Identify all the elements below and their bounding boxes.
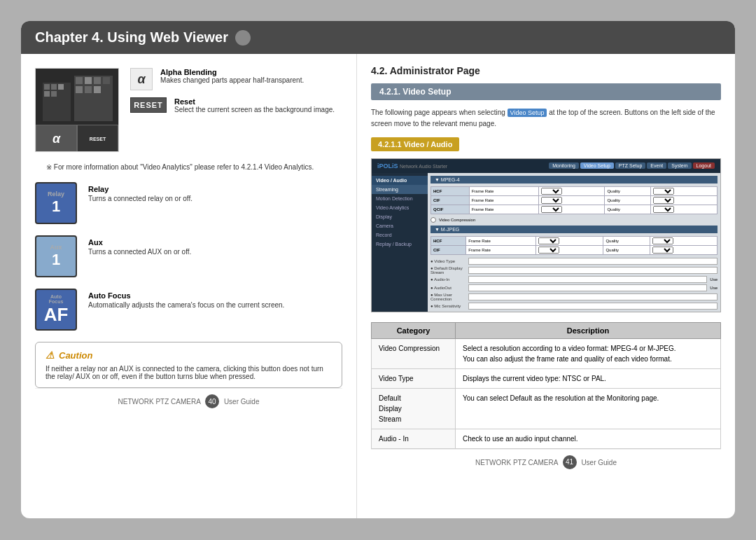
table-row: Video Compression Select a resolution ac… — [372, 338, 721, 368]
audio-out-input[interactable] — [468, 284, 707, 291]
other-settings: ● Video Type ● Default Display Stream ● … — [430, 258, 718, 310]
reset-body: Select the current screen as the backgro… — [174, 106, 335, 113]
reset-preview-btn[interactable]: RESET — [77, 125, 118, 152]
svg-rect-9 — [85, 77, 92, 84]
sidebar-motion[interactable]: Motion Detection — [372, 194, 428, 203]
preview-box: α RESET — [35, 68, 119, 152]
caution-text: If neither a relay nor an AUX is connect… — [46, 365, 332, 380]
ipolis-main: ▼ MPEG-4 HCF Frame Rate Quality CIF — [428, 173, 720, 312]
mjpeg-hcf-quality[interactable] — [652, 237, 673, 244]
preview-bottom: α RESET — [36, 125, 118, 152]
svg-rect-11 — [103, 77, 110, 84]
relay-section: Relay 1 Relay Turns a connected relay on… — [35, 182, 342, 224]
ipolis-screenshot: iPOLiS Network Audio Starter Monitoring … — [371, 158, 721, 312]
tab-system[interactable]: System — [668, 162, 691, 169]
relay-title: Relay — [88, 185, 342, 193]
category-video-compression: Video Compression — [372, 338, 456, 368]
table-header-category: Category — [372, 322, 456, 338]
hcf-quality-select[interactable] — [653, 188, 674, 195]
svg-rect-7 — [51, 91, 57, 97]
intro-text1: The following page appears when selectin… — [371, 109, 505, 116]
max-user-input[interactable] — [468, 293, 718, 300]
category-default-display: DefaultDisplayStream — [372, 388, 456, 429]
caution-box: Caution If neither a relay nor an AUX is… — [35, 342, 342, 388]
svg-rect-12 — [76, 86, 83, 93]
qcif-quality-select[interactable] — [653, 206, 674, 213]
tab-ptz-setup[interactable]: PTZ Setup — [615, 162, 645, 169]
alpha-preview-btn[interactable]: α — [36, 125, 77, 152]
alpha-blending-item: α Alpha Blending Makes changed parts app… — [130, 68, 342, 90]
ipolis-header: iPOLiS Network Audio Starter Monitoring … — [372, 159, 720, 173]
chapter-title: Chapter 4. Using Web Viewer — [35, 29, 228, 46]
circle-icon — [235, 30, 251, 46]
svg-rect-13 — [85, 86, 92, 93]
ipolis-mpeg4-table: HCF Frame Rate Quality CIF Frame Rate Q — [430, 186, 718, 214]
relay-body: Turns a connected relay on or off. — [88, 195, 342, 202]
reset-icon: RESET — [130, 97, 167, 113]
default-display-input[interactable] — [468, 267, 718, 274]
tab-video-setup[interactable]: Video Setup — [580, 162, 614, 169]
tab-logout[interactable]: Logout — [693, 162, 715, 169]
footer-left: NETWORK PTZ CAMERA 40 User Guide — [35, 388, 342, 411]
section-heading: 4.2. Administrator Page — [371, 65, 721, 76]
max-user-row: ● Max User Connection — [430, 293, 718, 301]
sidebar-display[interactable]: Display — [372, 212, 428, 221]
tab-event[interactable]: Event — [647, 162, 666, 169]
relay-label: Relay — [48, 191, 64, 198]
mjpeg-cif-framerate[interactable] — [538, 247, 559, 254]
alpha-blending-icon: α — [130, 68, 153, 90]
ipolis-logo: iPOLiS Network Audio Starter — [377, 162, 447, 169]
relay-icon-box: Relay 1 — [35, 182, 77, 224]
video-compression-radio[interactable] — [430, 217, 436, 223]
aux-body: Turns a connected AUX on or off. — [88, 248, 342, 256]
hcf-framerate-select[interactable] — [541, 188, 562, 195]
svg-rect-10 — [94, 77, 101, 84]
svg-rect-4 — [51, 84, 57, 90]
reset-small-label: RESET — [90, 137, 106, 141]
aux-section: Aux 1 Aux Turns a connected AUX on or of… — [35, 235, 342, 277]
desc-default-display: You can select Default as the resolution… — [456, 388, 721, 429]
aux-value: 1 — [52, 251, 60, 269]
footer-right-text2: User Guide — [581, 458, 617, 466]
aux-desc: Aux Turns a connected AUX on or off. — [88, 235, 342, 256]
tab-monitoring[interactable]: Monitoring — [549, 162, 579, 169]
cif-framerate-select[interactable] — [541, 197, 562, 204]
subsection-bar2: 4.2.1.1 Video / Audio — [371, 137, 459, 151]
sidebar-streaming[interactable]: Streaming — [372, 185, 428, 194]
mjpeg-hcf-framerate[interactable] — [538, 237, 559, 244]
qcif-framerate-select[interactable] — [541, 206, 562, 213]
sidebar-replay[interactable]: Replay / Backup — [372, 240, 428, 249]
sidebar-camera[interactable]: Camera — [372, 221, 428, 230]
table-row: Video Type Displays the current video ty… — [372, 368, 721, 388]
relay-value: 1 — [52, 198, 60, 216]
svg-rect-5 — [58, 84, 64, 90]
sidebar-analytics[interactable]: Video Analytics — [372, 203, 428, 212]
right-panel: 4.2. Administrator Page 4.2.1. Video Set… — [357, 54, 735, 518]
mic-sensitivity-row: ● Mic Sensitivity — [430, 303, 718, 310]
footer-left-text2: User Guide — [224, 398, 260, 406]
footer-right-page: 41 — [563, 455, 577, 469]
table-row: DefaultDisplayStream You can select Defa… — [372, 388, 721, 429]
mic-sensitivity-input[interactable] — [468, 303, 718, 310]
mjpeg-cif-quality[interactable] — [652, 247, 673, 254]
main-container: Chapter 4. Using Web Viewer — [21, 21, 735, 518]
alpha-blending-desc: Alpha Blending Makes changed parts appea… — [160, 68, 304, 84]
video-compression-row: Video Compression — [430, 217, 718, 223]
footer-right-text1: NETWORK PTZ CAMERA — [475, 458, 558, 466]
ipolis-tabs: Monitoring Video Setup PTZ Setup Event S… — [549, 162, 715, 169]
svg-rect-8 — [76, 77, 83, 84]
audio-in-input[interactable] — [468, 276, 707, 283]
alpha-reset-section: α RESET α Alpha Blending Makes changed p… — [35, 68, 342, 152]
icons-description: α Alpha Blending Makes changed parts app… — [130, 68, 342, 120]
ipolis-mjpeg-title: ▼ M-JPEG — [430, 226, 718, 233]
description-table: Category Description Video Compression S… — [371, 322, 721, 449]
sidebar-record[interactable]: Record — [372, 230, 428, 240]
caution-title: Caution — [46, 349, 332, 361]
af-symbol: AF — [44, 304, 69, 326]
audio-out-row: ● AudioOutUse — [430, 284, 718, 291]
ipolis-sidebar: Video / Audio Streaming Motion Detection… — [372, 173, 428, 312]
video-type-input[interactable] — [468, 258, 718, 265]
cif-quality-select[interactable] — [653, 197, 674, 204]
svg-rect-14 — [94, 86, 101, 93]
desc-video-compression: Select a resolution according to a video… — [456, 338, 721, 368]
